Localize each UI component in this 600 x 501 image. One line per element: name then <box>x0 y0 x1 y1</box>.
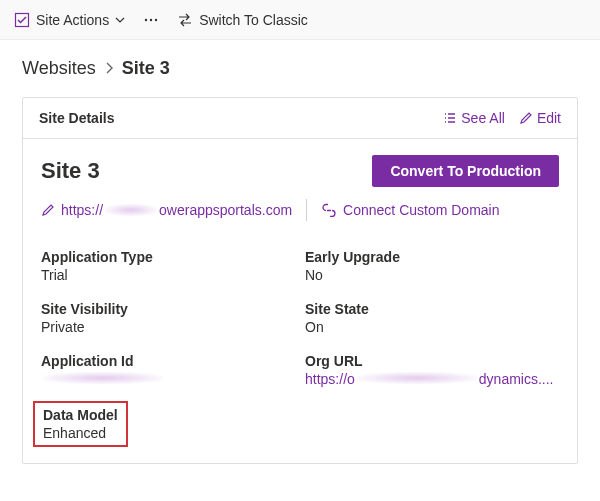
redacted-text <box>105 204 157 216</box>
field-label: Application Type <box>41 249 295 265</box>
field-value <box>41 371 295 387</box>
site-name-heading: Site 3 <box>41 158 100 184</box>
see-all-button[interactable]: See All <box>443 110 505 126</box>
url-row: https:// owerappsportals.com Connect Cus… <box>41 199 559 235</box>
field-label: Org URL <box>305 353 559 369</box>
pencil-icon <box>519 111 533 125</box>
heading-row: Site 3 Convert To Production <box>41 155 559 187</box>
see-all-label: See All <box>461 110 505 126</box>
breadcrumb-separator <box>104 58 114 79</box>
field-site-visibility: Site Visibility Private <box>41 301 295 335</box>
chevron-down-icon <box>115 15 125 25</box>
highlighted-field: Data Model Enhanced <box>33 401 128 447</box>
field-value: Enhanced <box>43 425 118 441</box>
switch-classic-label: Switch To Classic <box>199 12 308 28</box>
checkbox-icon <box>14 12 30 28</box>
card-body: Site 3 Convert To Production https:// ow… <box>23 139 577 463</box>
convert-to-production-button[interactable]: Convert To Production <box>372 155 559 187</box>
link-icon <box>321 203 337 217</box>
details-grid: Application Type Trial Early Upgrade No … <box>41 249 559 443</box>
field-label: Early Upgrade <box>305 249 559 265</box>
field-label: Data Model <box>43 407 118 423</box>
connect-custom-domain-button[interactable]: Connect Custom Domain <box>321 202 499 218</box>
svg-point-2 <box>150 18 152 20</box>
field-value[interactable]: https://odynamics.... <box>305 371 559 387</box>
field-value: No <box>305 267 559 283</box>
card-title: Site Details <box>39 110 114 126</box>
breadcrumb-root[interactable]: Websites <box>22 58 96 79</box>
site-details-card: Site Details See All Edit Site 3 Convert… <box>22 97 578 464</box>
card-actions: See All Edit <box>443 110 561 126</box>
site-url-text: https:// owerappsportals.com <box>61 202 292 218</box>
connect-domain-label: Connect Custom Domain <box>343 202 499 218</box>
field-application-id: Application Id <box>41 353 295 387</box>
chevron-right-icon <box>104 62 114 74</box>
breadcrumb: Websites Site 3 <box>0 40 600 93</box>
redacted-text <box>43 372 163 384</box>
field-application-type: Application Type Trial <box>41 249 295 283</box>
field-value: Private <box>41 319 295 335</box>
pencil-icon <box>41 203 55 217</box>
list-icon <box>443 111 457 125</box>
top-command-bar: Site Actions Switch To Classic <box>0 0 600 40</box>
edit-button[interactable]: Edit <box>519 110 561 126</box>
swap-icon <box>177 12 193 28</box>
empty-cell <box>305 405 559 443</box>
site-actions-menu[interactable]: Site Actions <box>14 12 125 28</box>
field-data-model: Data Model Enhanced <box>41 405 295 443</box>
redacted-text <box>357 372 477 384</box>
field-early-upgrade: Early Upgrade No <box>305 249 559 283</box>
edit-label: Edit <box>537 110 561 126</box>
field-label: Application Id <box>41 353 295 369</box>
site-actions-label: Site Actions <box>36 12 109 28</box>
field-site-state: Site State On <box>305 301 559 335</box>
field-value: On <box>305 319 559 335</box>
field-label: Site Visibility <box>41 301 295 317</box>
vertical-separator <box>306 199 307 221</box>
more-horizontal-icon <box>143 12 159 28</box>
switch-to-classic-button[interactable]: Switch To Classic <box>177 12 308 28</box>
field-value: Trial <box>41 267 295 283</box>
card-header: Site Details See All Edit <box>23 98 577 139</box>
more-actions-button[interactable] <box>143 12 159 28</box>
field-org-url: Org URL https://odynamics.... <box>305 353 559 387</box>
breadcrumb-current: Site 3 <box>122 58 170 79</box>
field-label: Site State <box>305 301 559 317</box>
svg-point-3 <box>155 18 157 20</box>
svg-point-1 <box>145 18 147 20</box>
edit-site-url[interactable]: https:// owerappsportals.com <box>41 202 292 218</box>
